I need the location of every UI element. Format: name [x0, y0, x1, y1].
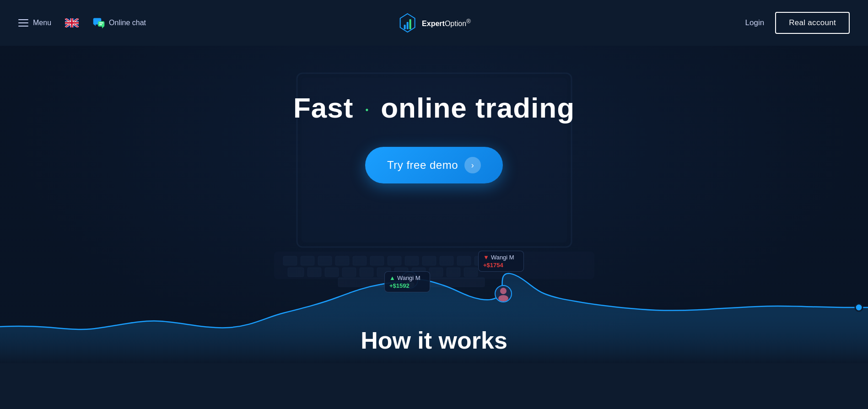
hero-title: Fast • online trading — [293, 91, 575, 124]
try-demo-label: Try free demo — [387, 159, 458, 172]
up-arrow-icon: ▲ — [389, 274, 395, 281]
online-chat-button[interactable]: Online chat — [92, 16, 146, 29]
hero-section: Fast • online trading Try free demo › — [0, 46, 868, 363]
svg-rect-7 — [409, 19, 411, 29]
svg-point-41 — [498, 295, 508, 301]
trade-bubble-2: ▼ Wangi M +$1754 — [478, 251, 524, 272]
svg-rect-4 — [99, 24, 102, 25]
svg-point-40 — [500, 288, 507, 294]
chat-icon — [92, 16, 105, 29]
hamburger-icon — [18, 19, 28, 27]
language-flag-icon[interactable] — [65, 18, 79, 27]
trade-bubble-1: ▲ Wangi M +$1592 — [384, 271, 430, 292]
demo-arrow-icon: › — [464, 157, 481, 173]
menu-label: Menu — [33, 19, 51, 27]
real-account-button[interactable]: Real account — [775, 12, 850, 34]
trade-amount-1: +$1592 — [389, 282, 425, 289]
logo[interactable]: ExpertOption® — [397, 13, 471, 33]
nav-right: Login Real account — [745, 12, 850, 34]
trade-name-2: ▼ Wangi M — [483, 254, 519, 261]
chat-label: Online chat — [109, 19, 146, 27]
login-button[interactable]: Login — [745, 18, 765, 27]
dot-separator: • — [366, 105, 369, 114]
svg-rect-5 — [404, 25, 405, 29]
menu-button[interactable]: Menu — [18, 19, 51, 27]
nav-left: Menu Online chat — [18, 16, 146, 29]
trade-amount-2: +$1754 — [483, 262, 519, 269]
svg-rect-2 — [98, 22, 104, 27]
how-it-works-section: How it works — [0, 308, 868, 363]
svg-rect-3 — [99, 22, 103, 23]
down-arrow-icon: ▼ — [483, 254, 489, 261]
navbar: Menu Online chat — [0, 0, 868, 46]
hero-content: Fast • online trading Try free demo › — [293, 91, 575, 183]
how-it-works-title: How it works — [0, 327, 868, 354]
svg-rect-6 — [406, 22, 408, 29]
try-demo-button[interactable]: Try free demo › — [365, 147, 503, 183]
trade-name-1: ▲ Wangi M — [389, 274, 425, 281]
logo-text: ExpertOption® — [422, 18, 471, 28]
logo-icon — [397, 13, 417, 33]
